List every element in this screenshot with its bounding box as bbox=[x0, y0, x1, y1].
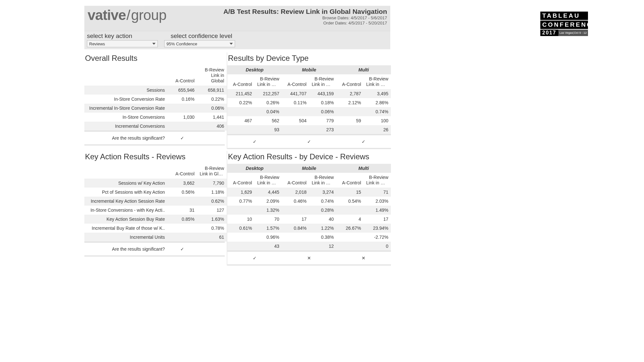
confidence-value: 95% Confidence bbox=[166, 42, 197, 46]
key-action-device-title: Key Action Results - by Device - Reviews bbox=[227, 151, 391, 164]
metric-label: Sessions w/ Key Action bbox=[84, 179, 167, 188]
chevron-down-icon bbox=[230, 43, 233, 45]
col-b-review: B-ReviewLink inGlobal bbox=[197, 65, 227, 86]
significance-label: Are the results significant? bbox=[84, 134, 167, 143]
overall-table: Sessions 655,946 658,911In-Store Convers… bbox=[84, 86, 227, 131]
metric-label: Key Action Session Buy Rate bbox=[84, 215, 167, 224]
logo-slash: / bbox=[126, 7, 131, 23]
metric-value-a: 31 bbox=[167, 206, 197, 215]
key-action-device-section: Key Action Results - by Device - Reviews… bbox=[227, 151, 391, 265]
metric-value-a bbox=[167, 122, 197, 131]
cross-icon: ✕ bbox=[336, 254, 391, 263]
metric-value-b: 658,911 bbox=[197, 86, 227, 95]
device-mobile-hdr: Mobile bbox=[282, 65, 336, 74]
metric-value-b: 406 bbox=[197, 122, 227, 131]
device-results-section: Results by Device Type Desktop Mobile Mu… bbox=[227, 52, 391, 149]
metric-value-a bbox=[167, 197, 197, 206]
badge-line2: CONFERENCE bbox=[540, 21, 588, 29]
key-action-title: Key Action Results - Reviews bbox=[84, 151, 225, 164]
badge-year: 2017 bbox=[540, 30, 558, 36]
metric-value-a: 0.56% bbox=[167, 188, 197, 197]
chevron-down-icon bbox=[152, 43, 156, 45]
tableau-conference-badge: TABLEAU CONFERENCE 2017 Las Vegas | Oct … bbox=[540, 12, 588, 36]
confidence-select[interactable]: 95% Confidence bbox=[164, 40, 235, 47]
check-icon: ✓ bbox=[167, 245, 197, 254]
metric-label: Incremental Conversions bbox=[84, 122, 167, 131]
confidence-filter-label: select confidence level bbox=[171, 32, 248, 40]
key-action-device-table: 1,6294,445 2,0183,274 15710.77%2.09% 0.4… bbox=[227, 188, 391, 251]
metric-value-a: 655,946 bbox=[167, 86, 197, 95]
metric-value-a: 0.16% bbox=[167, 95, 197, 104]
ovative-logo: vative / group bbox=[88, 7, 166, 23]
badge-line1: TABLEAU bbox=[540, 12, 588, 20]
header-bar: vative / group A/B Test Results: Review … bbox=[84, 6, 390, 31]
cross-icon: ✕ bbox=[282, 254, 336, 263]
check-icon: ✓ bbox=[282, 137, 336, 146]
metric-value-b: 0.62% bbox=[197, 197, 227, 206]
overall-results-section: Overall Results A-Control B-ReviewLink i… bbox=[84, 52, 227, 149]
filter-bar: select key action select confidence leve… bbox=[84, 31, 390, 49]
logo-group-text: group bbox=[131, 7, 166, 23]
overall-results-title: Overall Results bbox=[84, 52, 225, 65]
device-table: 211,452212,257 441,707443,159 2,7873,495… bbox=[227, 89, 391, 134]
check-icon: ✓ bbox=[336, 137, 391, 146]
metric-value-b: 0.06% bbox=[197, 104, 227, 113]
metric-label: Incremental Key Action Session Rate bbox=[84, 197, 167, 206]
metric-label: Pct of Sessions with Key Action bbox=[84, 188, 167, 197]
metric-value-b: 0.22% bbox=[197, 95, 227, 104]
metric-value-a: 0.85% bbox=[167, 215, 197, 224]
metric-label: Sessions bbox=[84, 86, 167, 95]
key-action-table: Sessions w/ Key Action 3,662 7,790Pct of… bbox=[84, 179, 227, 242]
check-icon: ✓ bbox=[227, 254, 282, 263]
key-action-filter-label: select key action bbox=[87, 32, 164, 40]
metric-value-b: 1.63% bbox=[197, 215, 227, 224]
metric-value-b: 1.18% bbox=[197, 188, 227, 197]
device-desktop-hdr: Desktop bbox=[227, 65, 282, 74]
metric-value-a bbox=[167, 233, 197, 242]
badge-location: Las Vegas | Oct 9 - 12 bbox=[558, 30, 588, 36]
page-title: A/B Test Results: Review Link in Global … bbox=[223, 8, 387, 15]
metric-value-a: 3,662 bbox=[167, 179, 197, 188]
browse-dates: Browse Dates: 4/5/2017 - 5/6/2017 bbox=[223, 15, 387, 21]
metric-value-b: 1,441 bbox=[197, 113, 227, 122]
col-a-control: A-Control bbox=[167, 65, 197, 86]
metric-value-b: 0.78% bbox=[197, 224, 227, 233]
significance-label: Are the results significant? bbox=[84, 245, 167, 254]
check-icon: ✓ bbox=[167, 134, 197, 143]
key-action-section: Key Action Results - Reviews A-Control B… bbox=[84, 151, 227, 265]
device-multi-hdr: Multi bbox=[336, 65, 391, 74]
metric-value-b: 61 bbox=[197, 233, 227, 242]
metric-label: In-Store Conversion Rate bbox=[84, 95, 167, 104]
metric-value-a bbox=[167, 104, 197, 113]
metric-label: In-Store Conversions bbox=[84, 113, 167, 122]
header-right: A/B Test Results: Review Link in Global … bbox=[223, 8, 387, 26]
metric-value-a bbox=[167, 224, 197, 233]
device-results-title: Results by Device Type bbox=[227, 52, 391, 65]
metric-label: Incremental Buy Rate of those w/ K.. bbox=[84, 224, 167, 233]
key-action-value: Reviews bbox=[89, 42, 105, 46]
metric-label: Incremental Units bbox=[84, 233, 167, 242]
logo-main-text: vative bbox=[88, 7, 126, 23]
dashboard-container: vative / group A/B Test Results: Review … bbox=[84, 6, 390, 265]
content-grid: Overall Results A-Control B-ReviewLink i… bbox=[84, 49, 390, 265]
key-action-select[interactable]: Reviews bbox=[87, 40, 158, 47]
metric-label: Incremental In-Store Conversion Rate bbox=[84, 104, 167, 113]
check-icon: ✓ bbox=[227, 137, 282, 146]
metric-value-b: 7,790 bbox=[197, 179, 227, 188]
metric-label: In-Store Conversions - with Key Acti.. bbox=[84, 206, 167, 215]
metric-value-a: 1,030 bbox=[167, 113, 197, 122]
order-dates: Order Dates: 4/5/2017 - 5/20/2017 bbox=[223, 21, 387, 26]
metric-value-b: 127 bbox=[197, 206, 227, 215]
